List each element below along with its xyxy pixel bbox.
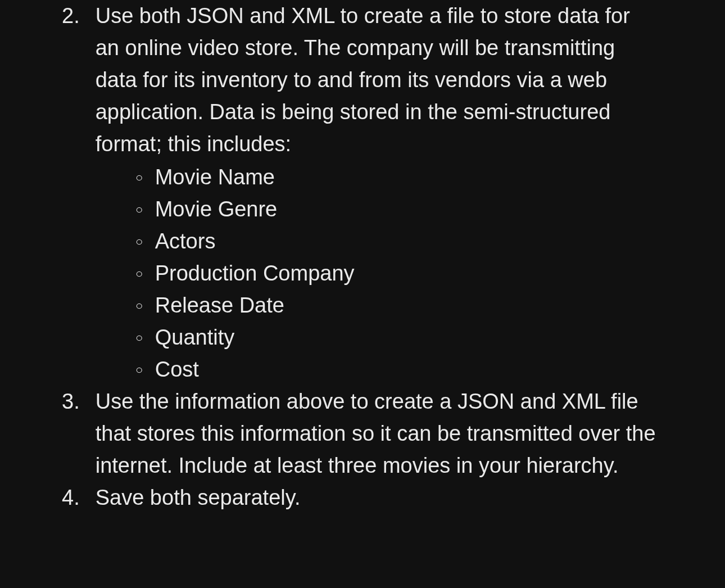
circle-bullet-icon: ○ <box>128 322 151 354</box>
bullet-item: ○ Production Company <box>128 257 658 290</box>
bullet-item: ○ Movie Name <box>128 161 658 193</box>
list-item-4: 4. Save both separately. <box>22 482 703 514</box>
bullet-item: ○ Actors <box>128 225 658 257</box>
bullet-text: Movie Name <box>155 161 658 193</box>
bullet-text: Quantity <box>155 322 658 354</box>
bullet-text: Production Company <box>155 257 658 290</box>
circle-bullet-icon: ○ <box>128 162 151 193</box>
item-marker: 4. <box>22 482 80 514</box>
item-body: Use both JSON and XML to create a file t… <box>96 0 703 386</box>
bullet-item: ○ Cost <box>128 354 658 386</box>
list-item-2: 2. Use both JSON and XML to create a fil… <box>22 0 703 386</box>
bullet-item: ○ Movie Genre <box>128 193 658 225</box>
item-body: Use the information above to create a JS… <box>96 386 703 482</box>
circle-bullet-icon: ○ <box>128 258 151 290</box>
bullet-item: ○ Release Date <box>128 290 658 322</box>
bullet-text: Actors <box>155 225 658 257</box>
bullet-text: Movie Genre <box>155 193 658 225</box>
list-item-3: 3. Use the information above to create a… <box>22 386 703 482</box>
bullet-text: Cost <box>155 354 658 386</box>
item-marker: 2. <box>22 0 80 32</box>
circle-bullet-icon: ○ <box>128 226 151 257</box>
bullet-list: ○ Movie Name ○ Movie Genre ○ Actors ○ Pr… <box>128 161 658 386</box>
circle-bullet-icon: ○ <box>128 354 151 386</box>
circle-bullet-icon: ○ <box>128 194 151 225</box>
item-text: Use both JSON and XML to create a file t… <box>96 4 630 156</box>
item-text: Save both separately. <box>96 486 301 509</box>
document-page: 2. Use both JSON and XML to create a fil… <box>0 0 725 548</box>
item-text: Use the information above to create a JS… <box>96 390 656 477</box>
item-marker: 3. <box>22 386 80 418</box>
ordered-list: 2. Use both JSON and XML to create a fil… <box>22 0 703 514</box>
item-body: Save both separately. <box>96 482 703 514</box>
circle-bullet-icon: ○ <box>128 290 151 322</box>
bullet-text: Release Date <box>155 290 658 322</box>
bullet-item: ○ Quantity <box>128 322 658 354</box>
